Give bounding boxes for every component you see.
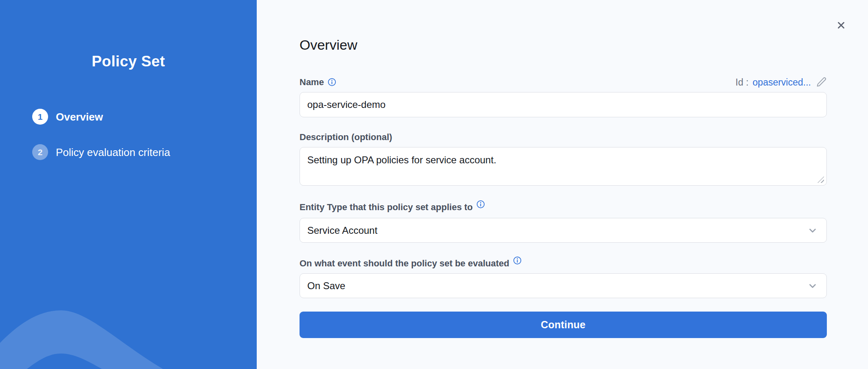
- step-label: Policy evaluation criteria: [56, 146, 170, 159]
- wave-decoration: [0, 304, 257, 369]
- evaluation-event-select[interactable]: On Save: [300, 273, 827, 298]
- info-icon[interactable]: [513, 256, 522, 265]
- wizard-sidebar: Policy Set 1 Overview 2 Policy evaluatio…: [0, 0, 257, 369]
- close-button[interactable]: [834, 18, 848, 33]
- policy-set-dialog-panel: Overview Name Id : opaserviced... Descri…: [257, 0, 868, 369]
- id-label: Id :: [736, 77, 749, 88]
- description-label: Description (optional): [300, 132, 392, 143]
- close-icon: [836, 20, 846, 31]
- policy-set-id-row: Id : opaserviced...: [736, 77, 827, 88]
- entity-type-label-text: Entity Type that this policy set applies…: [300, 202, 473, 213]
- name-label-row: Name Id : opaserviced...: [300, 77, 827, 88]
- wizard-title: Policy Set: [0, 53, 257, 70]
- step-label: Overview: [56, 110, 103, 123]
- entity-type-select[interactable]: Service Account: [300, 218, 827, 243]
- name-label: Name: [300, 77, 336, 88]
- name-label-text: Name: [300, 77, 324, 88]
- description-textarea[interactable]: Setting up OPA policies for service acco…: [300, 147, 827, 186]
- evaluation-event-label-text: On what event should the policy set be e…: [300, 258, 509, 269]
- step-number-badge: 1: [32, 109, 48, 125]
- chevron-down-icon: [807, 280, 818, 292]
- name-input[interactable]: [300, 92, 827, 117]
- chevron-down-icon: [807, 225, 818, 236]
- info-icon[interactable]: [476, 200, 485, 209]
- edit-pencil-icon[interactable]: [816, 77, 827, 88]
- evaluation-event-label: On what event should the policy set be e…: [300, 258, 522, 269]
- panel-title: Overview: [300, 37, 827, 52]
- evaluation-event-selected-value: On Save: [307, 280, 345, 292]
- description-textarea-wrap: Setting up OPA policies for service acco…: [300, 147, 827, 186]
- wizard-steps: 1 Overview 2 Policy evaluation criteria: [0, 109, 257, 160]
- id-value-link[interactable]: opaserviced...: [753, 77, 811, 88]
- info-icon[interactable]: [328, 78, 336, 86]
- entity-type-selected-value: Service Account: [307, 225, 377, 236]
- wizard-step-overview[interactable]: 1 Overview: [0, 109, 257, 125]
- wizard-step-policy-evaluation-criteria[interactable]: 2 Policy evaluation criteria: [0, 144, 257, 160]
- step-number-badge: 2: [32, 144, 48, 160]
- entity-type-label: Entity Type that this policy set applies…: [300, 202, 485, 213]
- continue-button[interactable]: Continue: [300, 312, 827, 338]
